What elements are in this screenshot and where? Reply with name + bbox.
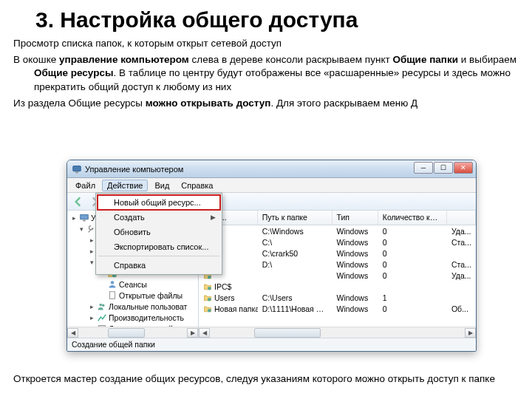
svg-point-14: [102, 304, 105, 307]
cell-desc: Ста...: [447, 238, 476, 247]
titlebar[interactable]: Управление компьютером ─ ☐ ✕: [67, 160, 476, 178]
text: Из раздела Общие ресурсы: [13, 98, 146, 109]
share-row[interactable]: Windows0Уда...: [199, 270, 476, 281]
svg-point-11: [111, 281, 114, 284]
col-clients[interactable]: Количество клиен...: [378, 211, 447, 225]
cell-path: D:\: [258, 260, 332, 269]
menu-separator: [98, 256, 219, 256]
menu-help-item[interactable]: Справка: [98, 258, 220, 273]
status-bar: Создание общей папки: [67, 338, 476, 351]
text: слева в дереве консоли раскрываем пункт: [189, 54, 393, 65]
scroll-thumb[interactable]: [254, 328, 321, 338]
maximize-button[interactable]: ☐: [434, 162, 453, 174]
share-icon: [203, 304, 212, 313]
cell-desc: Ста...: [447, 260, 476, 269]
list-pane: Общ... Путь к папке Тип Количество клиен…: [199, 211, 476, 338]
tree-toggle-icon[interactable]: ▾: [78, 225, 86, 233]
tree-scrollbar[interactable]: ◀ ▶: [67, 327, 198, 338]
scroll-right-icon[interactable]: ▶: [187, 328, 198, 338]
cell-desc: Уда...: [447, 227, 476, 236]
tree-item[interactable]: Открытые файлы: [67, 290, 198, 301]
cell-clients: 0: [378, 260, 447, 269]
tree-toggle-icon[interactable]: ▸: [88, 302, 96, 310]
app-icon: [72, 164, 82, 174]
tree-toggle-icon[interactable]: [98, 291, 106, 299]
svg-rect-7: [83, 219, 86, 221]
list-scrollbar[interactable]: ◀ ▶: [199, 327, 476, 338]
tree-label: Производительность: [109, 313, 184, 322]
svg-point-27: [208, 298, 211, 301]
paragraph-4: Откроется мастер создание общих ресурсов…: [13, 372, 519, 386]
cell-name: Users: [199, 293, 258, 302]
menu-file[interactable]: Файл: [70, 180, 100, 191]
scroll-thumb[interactable]: [108, 328, 145, 338]
text-bold: Общие папки: [392, 54, 458, 65]
share-row[interactable]: D:\Windows0Ста...: [199, 259, 476, 270]
back-icon[interactable]: [72, 195, 85, 208]
cell-clients: 0: [378, 271, 447, 280]
svg-point-25: [208, 276, 211, 279]
paragraph-2: В окошке управление компьютером слева в …: [13, 53, 519, 94]
scroll-left-icon[interactable]: ◀: [67, 328, 78, 338]
tree-node-icon: [97, 301, 107, 312]
scroll-left-icon[interactable]: ◀: [199, 328, 210, 338]
cell-clients: 0: [378, 227, 447, 236]
share-row[interactable]: C:\WindowsWindows0Уда...: [199, 225, 476, 236]
menu-view[interactable]: Вид: [149, 180, 174, 191]
menu-action[interactable]: Действие: [102, 180, 148, 191]
tree-toggle-icon[interactable]: [98, 280, 106, 288]
col-path[interactable]: Путь к папке: [258, 211, 332, 225]
computer-management-window: Управление компьютером ─ ☐ ✕ Файл Действ…: [66, 160, 477, 352]
cell-type: Windows: [332, 304, 378, 313]
svg-rect-1: [75, 171, 78, 173]
tree-item[interactable]: ▸Локальные пользоват: [67, 301, 198, 312]
cell-path: C:\crark50: [258, 249, 332, 258]
svg-point-26: [208, 287, 211, 290]
menu-help[interactable]: Справка: [176, 180, 218, 191]
share-icon: [203, 282, 212, 291]
tree-item[interactable]: Сеансы: [67, 279, 198, 290]
tree-toggle-icon[interactable]: ▸: [70, 214, 78, 222]
share-row[interactable]: Новая папкаD:\1111\Новая па...Windows0Об…: [199, 303, 476, 314]
scroll-right-icon[interactable]: ▶: [465, 328, 476, 338]
cell-type: Windows: [332, 249, 378, 258]
tree-node-icon: [107, 290, 117, 301]
share-row[interactable]: IPC$: [199, 281, 476, 292]
share-row[interactable]: C:\crark50Windows0: [199, 248, 476, 259]
page-title: 3. Настройка общего доступа: [35, 7, 519, 33]
menu-create[interactable]: Создать▶: [98, 210, 220, 225]
svg-point-28: [208, 309, 211, 313]
minimize-button[interactable]: ─: [414, 162, 433, 174]
text: Создать: [114, 213, 145, 222]
cell-clients: 0: [378, 249, 447, 258]
menu-new-share[interactable]: Новый общий ресурс...: [98, 195, 220, 210]
cell-path: D:\1111\Новая па...: [258, 304, 332, 313]
window-title: Управление компьютером: [85, 165, 183, 174]
text-bold: можно открывать доступ: [146, 98, 271, 109]
menu-refresh[interactable]: Обновить: [98, 225, 220, 239]
cell-desc: Об...: [447, 304, 476, 313]
cell-path: C:\Users: [258, 293, 332, 302]
text-bold: Общие ресурсы: [34, 67, 114, 78]
col-type[interactable]: Тип: [332, 211, 378, 225]
share-icon: [203, 293, 212, 302]
tree-node-icon: [97, 313, 107, 323]
action-dropdown: Новый общий ресурс... Создать▶ Обновить …: [95, 193, 222, 275]
share-row[interactable]: C:\Windows0Ста...: [199, 236, 476, 248]
share-row[interactable]: UsersC:\UsersWindows1: [199, 292, 476, 303]
tree-toggle-icon[interactable]: ▸: [88, 313, 96, 321]
svg-rect-6: [81, 214, 89, 219]
cell-path: C:\: [258, 238, 332, 247]
tree-label: Открытые файлы: [119, 291, 183, 300]
cell-clients: 1: [378, 293, 447, 302]
tree-item[interactable]: ▸Производительность: [67, 312, 198, 323]
tree-label: Локальные пользоват: [109, 302, 187, 311]
menu-export-list[interactable]: Экспортировать список...: [98, 239, 220, 254]
menubar: Файл Действие Вид Справка: [67, 178, 476, 193]
cell-desc: Уда...: [447, 271, 476, 280]
close-button[interactable]: ✕: [454, 162, 473, 174]
cell-path: C:\Windows: [258, 227, 332, 236]
svg-point-13: [100, 303, 103, 306]
col-desc[interactable]: [447, 211, 476, 225]
submenu-arrow-icon: ▶: [211, 214, 216, 221]
